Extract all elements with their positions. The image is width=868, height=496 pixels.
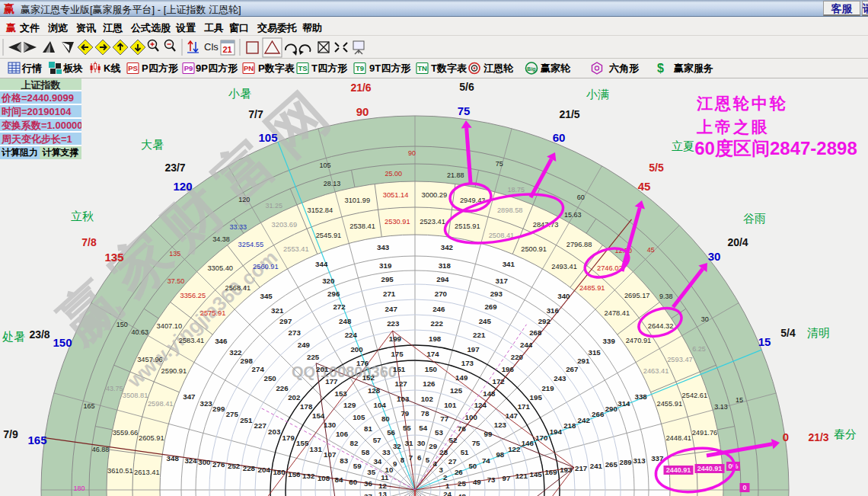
svg-text:132: 132 bbox=[302, 472, 314, 480]
svg-text:31.25: 31.25 bbox=[266, 202, 283, 210]
svg-text:338: 338 bbox=[635, 392, 648, 401]
svg-text:2593.47: 2593.47 bbox=[667, 356, 693, 363]
svg-text:123: 123 bbox=[494, 421, 507, 429]
svg-text:12: 12 bbox=[378, 482, 387, 490]
svg-text:5: 5 bbox=[426, 456, 430, 464]
svg-text:147: 147 bbox=[506, 411, 518, 420]
svg-text:0: 0 bbox=[783, 430, 789, 443]
svg-text:342: 342 bbox=[441, 243, 453, 251]
svg-text:57: 57 bbox=[373, 436, 381, 444]
svg-text:105: 105 bbox=[258, 131, 277, 144]
svg-text:274: 274 bbox=[252, 365, 265, 373]
svg-text:K线: K线 bbox=[104, 62, 120, 74]
svg-text:3254.55: 3254.55 bbox=[238, 241, 264, 248]
svg-text:3305.40: 3305.40 bbox=[207, 264, 233, 272]
svg-text:30: 30 bbox=[417, 439, 426, 447]
svg-text:292: 292 bbox=[538, 317, 550, 325]
svg-text:33: 33 bbox=[382, 448, 391, 456]
svg-text:293: 293 bbox=[490, 290, 503, 298]
svg-text:131: 131 bbox=[310, 445, 323, 453]
svg-text:60: 60 bbox=[553, 131, 566, 144]
svg-text:27: 27 bbox=[448, 457, 457, 466]
svg-text:224: 224 bbox=[345, 331, 358, 339]
svg-text:49: 49 bbox=[473, 478, 481, 486]
svg-text:297: 297 bbox=[279, 317, 292, 325]
svg-text:165: 165 bbox=[27, 434, 46, 446]
svg-text:252: 252 bbox=[228, 462, 240, 470]
svg-text:344: 344 bbox=[315, 260, 328, 268]
svg-text:3457.96: 3457.96 bbox=[137, 356, 163, 363]
svg-text:107: 107 bbox=[324, 450, 336, 459]
svg-text:124: 124 bbox=[474, 401, 487, 409]
svg-text:245: 245 bbox=[479, 317, 492, 325]
svg-text:5/6: 5/6 bbox=[459, 81, 474, 93]
svg-text:QQ:100800360: QQ:100800360 bbox=[292, 363, 397, 380]
svg-text:33.33: 33.33 bbox=[229, 223, 247, 231]
svg-text:273: 273 bbox=[289, 328, 302, 337]
svg-text:江恩轮: 江恩轮 bbox=[483, 62, 514, 74]
svg-text:291: 291 bbox=[577, 357, 590, 365]
svg-text:295: 295 bbox=[381, 275, 394, 283]
svg-text:2478.41: 2478.41 bbox=[605, 309, 630, 317]
svg-text:149: 149 bbox=[455, 373, 468, 382]
svg-text:24: 24 bbox=[443, 490, 452, 496]
svg-text:180: 180 bbox=[273, 468, 285, 476]
svg-text:2644.32: 2644.32 bbox=[648, 322, 674, 330]
svg-text:TN: TN bbox=[417, 64, 427, 72]
svg-text:135: 135 bbox=[169, 250, 180, 258]
svg-text:199: 199 bbox=[389, 334, 402, 343]
svg-text:2553.41: 2553.41 bbox=[283, 245, 309, 253]
svg-text:290: 290 bbox=[605, 405, 617, 413]
svg-text:127: 127 bbox=[395, 379, 407, 388]
svg-text:7: 7 bbox=[409, 453, 413, 462]
svg-text:315: 315 bbox=[589, 348, 602, 357]
svg-text:3: 3 bbox=[439, 466, 443, 474]
svg-text:2695.17: 2695.17 bbox=[624, 292, 650, 299]
svg-text:90: 90 bbox=[356, 105, 369, 118]
svg-text:板块: 板块 bbox=[62, 62, 83, 74]
svg-text:108: 108 bbox=[318, 474, 330, 482]
svg-text:246: 246 bbox=[432, 305, 445, 313]
svg-text:32: 32 bbox=[393, 442, 401, 450]
svg-text:146: 146 bbox=[522, 439, 535, 447]
svg-text:36: 36 bbox=[364, 479, 372, 488]
svg-text:171: 171 bbox=[518, 402, 531, 411]
svg-text:347: 347 bbox=[183, 392, 195, 401]
svg-text:2796.88: 2796.88 bbox=[566, 241, 592, 248]
svg-text:202: 202 bbox=[288, 393, 300, 402]
svg-text:84: 84 bbox=[335, 475, 343, 484]
svg-text:194: 194 bbox=[550, 427, 563, 436]
svg-text:Cls: Cls bbox=[204, 41, 219, 53]
svg-text:221: 221 bbox=[473, 331, 486, 339]
svg-text:242: 242 bbox=[578, 416, 590, 424]
svg-text:大暑: 大暑 bbox=[141, 138, 164, 151]
svg-text:341: 341 bbox=[503, 260, 515, 268]
svg-text:243: 243 bbox=[554, 374, 566, 382]
svg-text:318: 318 bbox=[439, 261, 452, 270]
svg-text:179: 179 bbox=[282, 434, 295, 442]
svg-text:T9: T9 bbox=[356, 64, 364, 72]
svg-text:321: 321 bbox=[271, 306, 284, 315]
svg-text:2485.91: 2485.91 bbox=[579, 284, 605, 292]
svg-text:谷雨: 谷雨 bbox=[743, 212, 766, 225]
svg-text:50: 50 bbox=[468, 462, 477, 470]
svg-text:2598.41: 2598.41 bbox=[148, 400, 174, 408]
svg-text:2455.91: 2455.91 bbox=[656, 400, 682, 408]
svg-text:80: 80 bbox=[381, 414, 390, 423]
svg-text:2470.91: 2470.91 bbox=[626, 337, 652, 344]
svg-text:2613.41: 2613.41 bbox=[134, 469, 160, 476]
svg-text:153: 153 bbox=[335, 389, 348, 398]
svg-text:316: 316 bbox=[547, 306, 560, 315]
svg-text:105: 105 bbox=[353, 413, 365, 421]
svg-text:227: 227 bbox=[254, 421, 266, 430]
svg-text:148: 148 bbox=[483, 389, 496, 398]
svg-text:145: 145 bbox=[530, 470, 543, 478]
svg-text:193: 193 bbox=[560, 466, 573, 474]
svg-text:348: 348 bbox=[167, 454, 180, 462]
svg-text:265: 265 bbox=[605, 460, 618, 469]
svg-text:155: 155 bbox=[296, 439, 309, 447]
svg-text:1: 1 bbox=[445, 482, 450, 490]
svg-text:P数字表: P数字表 bbox=[258, 62, 295, 74]
svg-text:299: 299 bbox=[212, 405, 225, 413]
svg-text:9P四方形: 9P四方形 bbox=[196, 62, 238, 74]
